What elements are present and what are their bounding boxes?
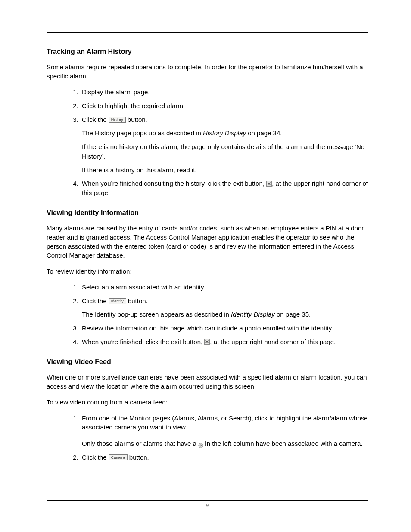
sub-paragraph: If there is no history on this alarm, th… [82,142,368,161]
step-text: From one of the Monitor pages (Alarms, A… [82,414,368,431]
step-text-post: button. [128,454,149,461]
step-text: Select an alarm associated with an ident… [82,283,206,291]
step-text-pre: When you’re finished, click the exit but… [82,338,204,345]
step-text-post: button. [126,297,148,305]
step-item: Click the History button. The History pa… [80,115,368,175]
reference-link: History Display [203,129,246,137]
step-text-post: button. [126,116,147,123]
sub-paragraph: Only those alarms or alarms that have a … [82,439,368,448]
sub-paragraph: The Identity pop-up screen appears as de… [82,310,368,319]
steps-list: Select an alarm associated with an ident… [47,283,368,347]
sub-text-post: on page 34. [246,129,282,137]
step-text: Click to highlight the required alarm. [82,102,185,109]
top-rule [47,32,368,33]
steps-list: From one of the Monitor pages (Alarms, A… [47,414,368,462]
sub-text-post: in the left column have been associated … [203,440,362,447]
step-item: Click to highlight the required alarm. [80,101,368,111]
step-item: Display the alarm page. [80,87,368,97]
camera-button-image: Camera [109,454,128,460]
intro-paragraph: When one or more surveillance cameras ha… [47,373,368,391]
document-page: Tracking an Alarm History Some alarms re… [0,0,411,532]
sub-text-pre: The Identity pop-up screen appears as de… [82,311,231,318]
step-text-pre: Click the [82,454,109,461]
close-icon [266,181,272,187]
intro-paragraph: Some alarms require repeated operations … [47,62,368,81]
step-item: Click the Identity button. The Identity … [80,296,368,320]
sub-text-pre: Only those alarms or alarms that have a [82,440,198,447]
step-text-pre: Click the [82,297,109,305]
step-text: Review the information on this page whic… [82,324,333,332]
heading-viewing-identity-information: Viewing Identity Information [47,209,368,217]
step-text: Display the alarm page. [82,88,150,96]
intro-paragraph: Many alarms are caused by the entry of c… [47,224,368,260]
sub-text-pre: The History page pops up as described in [82,129,203,137]
sub-text-post: on page 35. [275,311,311,318]
step-item: When you’re finished consulting the hist… [80,179,368,198]
sub-paragraph: The History page pops up as described in… [82,128,368,138]
step-item: When you’re finished, click the exit but… [80,337,368,347]
lead-paragraph: To review identity information: [47,267,368,276]
lead-paragraph: To view video coming from a camera feed: [47,398,368,407]
section-viewing-identity-information: Viewing Identity Information Many alarms… [47,209,368,347]
camera-indicator-icon [198,441,203,446]
step-item: Select an alarm associated with an ident… [80,283,368,292]
close-icon [204,339,210,345]
sub-paragraph: If there is a history on this alarm, rea… [82,165,368,175]
section-viewing-video-feed: Viewing Video Feed When one or more surv… [47,358,368,462]
step-text-pre: Click the [82,116,109,123]
identity-button-image: Identity [109,298,126,304]
step-item: Review the information on this page whic… [80,324,368,333]
step-text-pre: When you’re finished consulting the hist… [82,180,266,187]
steps-list: Display the alarm page. Click to highlig… [47,87,368,198]
svg-point-6 [200,445,201,446]
step-text-post: , at the upper right hand corner of this… [210,338,336,345]
reference-link: Identity Display [231,311,275,318]
page-number: 9 [206,502,209,508]
page-footer: 9 [47,500,368,509]
history-button-image: History [109,117,126,123]
heading-viewing-video-feed: Viewing Video Feed [47,358,368,366]
step-item: From one of the Monitor pages (Alarms, A… [80,414,368,448]
step-item: Click the Camera button. [80,453,368,462]
heading-tracking-alarm-history: Tracking an Alarm History [47,48,368,56]
section-tracking-alarm-history: Tracking an Alarm History Some alarms re… [47,48,368,198]
